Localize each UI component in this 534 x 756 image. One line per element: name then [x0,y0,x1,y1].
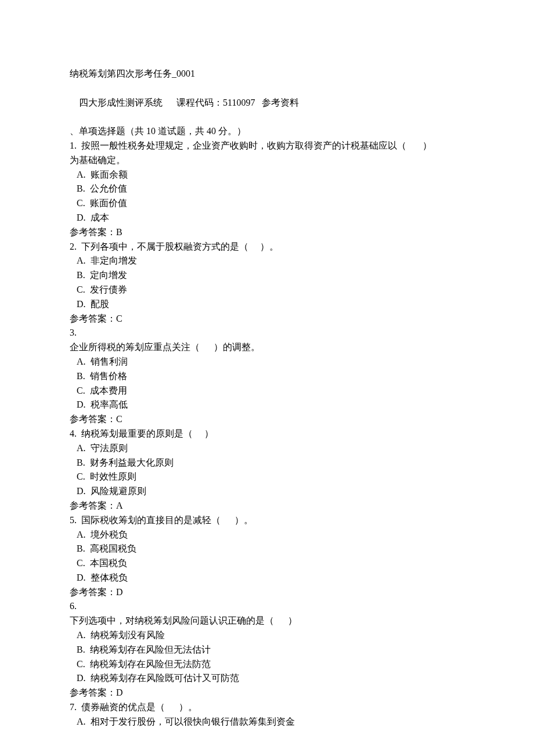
answer-option: C. 时效性原则 [70,470,464,484]
answer-option: A. 境外税负 [70,528,464,542]
question-text: 债券融资的优点是（ ）。 [77,702,197,712]
question-number: 4. [70,429,77,438]
question-text: 国际税收筹划的直接目的是减轻（ ）。 [77,515,253,525]
answer-option: D. 配股 [70,297,464,312]
answer-option: A. 销售利润 [70,355,464,369]
section-title: 、单项选择题（共 10 道试题，共 40 分。） [70,124,464,139]
answer-option: D. 成本 [70,211,464,225]
answer-option: B. 公允价值 [70,182,464,196]
question-stem: 为基础确定。 [70,153,464,168]
answer-option: C. 成本费用 [70,384,464,398]
course-code: 5110097 [223,98,255,107]
answer-option: B. 纳税筹划存在风险但无法估计 [70,643,464,657]
answer-option: C. 纳税筹划存在风险但无法防范 [70,657,464,672]
question-text: 按照一般性税务处理规定，企业资产收购时，收购方取得资产的计税基础应以（ ） [77,141,432,150]
subtitle-prefix: 四大形成性测评系统 课程代码： [79,98,223,107]
answer-option: B. 高税国税负 [70,542,464,556]
question-number: 7. [70,702,77,712]
answer-option: B. 定向增发 [70,268,464,283]
question-text: 纳税筹划最重要的原则是（ ） [77,429,214,438]
answer-option: D. 整体税负 [70,571,464,585]
question-number: 6. [70,601,77,611]
question-stem: 6. [70,599,464,614]
question-stem: 4. 纳税筹划最重要的原则是（ ） [70,427,464,441]
answer-option: A. 非定向增发 [70,254,464,268]
doc-title: 纳税筹划第四次形考任务_0001 [70,67,464,81]
question-number: 2. [70,242,77,251]
reference-answer: 参考答案：D [70,585,464,600]
answer-option: D. 纳税筹划存在风险既可估计又可防范 [70,671,464,686]
question-number: 5. [70,515,77,525]
question-stem: 下列选项中，对纳税筹划风险问题认识正确的是（ ） [70,614,464,628]
answer-option: D. 风险规避原则 [70,484,464,499]
answer-option: C. 本国税负 [70,556,464,571]
question-stem: 2. 下列各项中，不属于股权融资方式的是（ ）。 [70,240,464,254]
questions-container: 1. 按照一般性税务处理规定，企业资产收购时，收购方取得资产的计税基础应以（ ）… [70,139,464,729]
question-number: 3. [70,327,77,337]
question-number: 1. [70,141,77,150]
question-stem: 7. 债券融资的优点是（ ）。 [70,700,464,715]
question-stem: 企业所得税的筹划应重点关注（ ）的调整。 [70,340,464,355]
question-stem: 5. 国际税收筹划的直接目的是减轻（ ）。 [70,513,464,528]
reference-answer: 参考答案：C [70,412,464,427]
document-page: 纳税筹划第四次形考任务_0001 四大形成性测评系统 课程代码：5110097 … [0,0,534,756]
doc-subtitle: 四大形成性测评系统 课程代码：5110097 参考资料 [70,81,464,124]
answer-option: C. 账面价值 [70,196,464,211]
question-text: 下列各项中，不属于股权融资方式的是（ ）。 [77,242,279,251]
answer-option: B. 财务利益最大化原则 [70,456,464,470]
question-stem: 1. 按照一般性税务处理规定，企业资产收购时，收购方取得资产的计税基础应以（ ） [70,139,464,153]
question-stem: 3. [70,326,464,340]
answer-option: A. 账面余额 [70,168,464,182]
answer-option: A. 守法原则 [70,441,464,456]
reference-answer: 参考答案：A [70,499,464,513]
reference-answer: 参考答案：B [70,225,464,240]
answer-option: A. 纳税筹划没有风险 [70,628,464,643]
answer-option: A. 相对于发行股份，可以很快向银行借款筹集到资金 [70,715,464,729]
answer-option: B. 销售价格 [70,369,464,384]
reference-answer: 参考答案：D [70,686,464,700]
answer-option: C. 发行债券 [70,283,464,297]
answer-option: D. 税率高低 [70,398,464,412]
reference-answer: 参考答案：C [70,312,464,326]
ref-text: 参考资料 [255,98,299,107]
